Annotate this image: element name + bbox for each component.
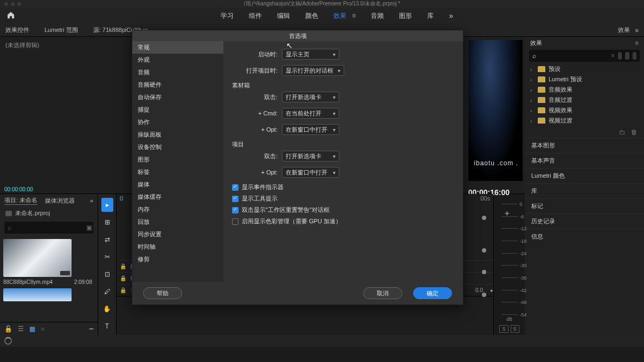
lock-icon[interactable]: 🔒 xyxy=(120,263,126,269)
pref-timeline[interactable]: 时间轴 xyxy=(132,241,223,253)
clip-thumbnail[interactable] xyxy=(3,239,72,277)
icon-view-icon[interactable]: ▦ xyxy=(29,325,35,333)
list-view-icon[interactable]: ☰ xyxy=(18,325,24,333)
solo-r[interactable]: S xyxy=(511,325,519,333)
write-lock-icon[interactable]: 🔓 xyxy=(4,325,12,333)
pref-general[interactable]: 常规 xyxy=(132,41,223,54)
badge-32bit-icon[interactable] xyxy=(625,52,629,60)
panel-markers[interactable]: 标记 xyxy=(525,198,644,214)
cb-tooltips[interactable] xyxy=(232,196,239,202)
project-search-input[interactable] xyxy=(11,224,86,231)
lock-icon[interactable]: 🔒 xyxy=(120,275,126,281)
effects-search-input[interactable] xyxy=(536,53,611,59)
cb-event-indicator[interactable] xyxy=(232,184,239,191)
cancel-button[interactable]: 取消 xyxy=(363,287,402,299)
ws-library[interactable]: 库 xyxy=(427,11,434,21)
pref-media-cache[interactable]: 媒体缓存 xyxy=(132,191,223,203)
proj-opt-select[interactable]: 在新窗口中打开 xyxy=(282,167,339,178)
pref-collaboration[interactable]: 协作 xyxy=(132,116,223,128)
type-tool[interactable]: T xyxy=(101,319,113,333)
pref-media[interactable]: 媒体 xyxy=(132,178,223,191)
fx-audio-effects[interactable]: 音频效果 xyxy=(525,85,644,95)
badge-accel-icon[interactable] xyxy=(618,52,622,60)
track-select-tool[interactable]: ⊞ xyxy=(101,215,113,229)
pref-audio-hardware[interactable]: 音频硬件 xyxy=(132,79,223,91)
ws-learn[interactable]: 学习 xyxy=(221,11,234,21)
pref-sync-settings[interactable]: 同步设置 xyxy=(132,228,223,241)
tab-effect-controls[interactable]: 效果控件 xyxy=(5,26,29,34)
timeline-scrollbar[interactable] xyxy=(480,216,488,297)
solo-l[interactable]: S xyxy=(499,325,508,333)
startup-select[interactable]: 显示主页 xyxy=(282,49,339,60)
pref-control-surface[interactable]: 操纵面板 xyxy=(132,128,223,141)
hamburger-icon[interactable]: ≡ xyxy=(352,12,356,20)
panel-library[interactable]: 库 xyxy=(525,183,644,198)
panel-menu-icon[interactable]: ≡ xyxy=(635,27,639,34)
sequence-thumbnail[interactable] xyxy=(3,288,72,301)
tab-lumetri-scopes[interactable]: Lumetri 范围 xyxy=(44,26,78,34)
ws-editing[interactable]: 编辑 xyxy=(277,11,290,21)
pref-trim[interactable]: 修剪 xyxy=(132,253,223,266)
fx-video-effects[interactable]: 视频效果 xyxy=(525,105,644,115)
pref-memory[interactable]: 内存 xyxy=(132,203,223,216)
tab-effects[interactable]: 效果 xyxy=(618,26,630,34)
pref-labels[interactable]: 标签 xyxy=(132,166,223,178)
proj-dblclick-select[interactable]: 打开新选项卡 xyxy=(282,151,339,161)
workspace-bar: 学习 组件 编辑 颜色 效果 ≡ 音频 图形 库 » xyxy=(0,8,644,24)
ok-button[interactable]: 确定 xyxy=(413,287,452,299)
fx-presets[interactable]: 预设 xyxy=(525,64,644,74)
bin-cmd-select[interactable]: 在当前处打开 xyxy=(282,108,339,119)
ripple-edit-tool[interactable]: ⇄ xyxy=(101,232,113,247)
badge-yuv-icon[interactable] xyxy=(633,52,636,60)
fx-video-transitions[interactable]: 视频过渡 xyxy=(525,115,644,126)
ws-audio[interactable]: 音频 xyxy=(371,11,384,21)
tl-timecode[interactable]: 0 xyxy=(120,195,123,202)
ws-effects[interactable]: 效果 xyxy=(333,11,346,21)
pref-playback[interactable]: 回放 xyxy=(132,216,223,228)
new-bin-icon[interactable]: ▣ xyxy=(86,224,92,231)
tab-media-browser[interactable]: 媒体浏览器 xyxy=(45,197,75,205)
ws-color[interactable]: 颜色 xyxy=(305,11,318,21)
razor-tool[interactable]: ✂ xyxy=(101,250,113,264)
pref-graphics[interactable]: 图形 xyxy=(132,153,223,166)
panel-essential-graphics[interactable]: 基本图形 xyxy=(525,138,644,153)
panel-overflow-icon[interactable]: » xyxy=(90,197,93,204)
preferences-dialog: 首选项 ↖ 常规 外观 音频 音频硬件 自动保存 捕捉 协作 操纵面板 设备控制… xyxy=(132,30,463,305)
zoom-slider[interactable]: ━ xyxy=(89,325,93,333)
pen-tool[interactable]: 🖊 xyxy=(101,285,113,299)
panel-lumetri-color[interactable]: Lumetri 颜色 xyxy=(525,168,644,183)
overflow-icon[interactable]: » xyxy=(449,11,453,20)
pref-autosave[interactable]: 自动保存 xyxy=(132,91,223,104)
pref-audio[interactable]: 音频 xyxy=(132,66,223,79)
pref-device-control[interactable]: 设备控制 xyxy=(132,141,223,153)
new-bin-icon[interactable]: 🗀 xyxy=(619,128,626,136)
panel-menu-icon[interactable]: ≡ xyxy=(635,40,639,46)
panel-history[interactable]: 历史记录 xyxy=(525,214,644,229)
slip-tool[interactable]: ⊡ xyxy=(101,267,113,281)
ws-graphics[interactable]: 图形 xyxy=(399,11,412,21)
hand-tool[interactable]: ✋ xyxy=(101,302,113,316)
startup-label: 启动时: xyxy=(236,50,278,59)
selection-tool[interactable]: ▸ xyxy=(101,198,113,212)
fx-audio-transitions[interactable]: 音频过渡 xyxy=(525,95,644,105)
panel-info[interactable]: 信息 xyxy=(525,229,644,244)
lock-icon[interactable]: 🔒 xyxy=(120,287,126,293)
bin-opt-select[interactable]: 在新窗口中打开 xyxy=(282,124,339,135)
fx-lumetri-presets[interactable]: Lumetri 预设 xyxy=(525,74,644,85)
help-button[interactable]: 帮助 xyxy=(143,287,182,299)
ws-assembly[interactable]: 组件 xyxy=(249,11,262,21)
panel-essential-sound[interactable]: 基本声音 xyxy=(525,153,644,168)
freeform-view-icon[interactable]: ○ xyxy=(41,325,44,333)
trash-icon[interactable]: 🗑 xyxy=(631,128,637,136)
openproj-select[interactable]: 显示打开的对话框 xyxy=(282,65,344,76)
tab-project[interactable]: 项目: 未命名 xyxy=(4,196,37,205)
bin-dblclick-select[interactable]: 打开新选项卡 xyxy=(282,92,339,102)
pref-appearance[interactable]: 外观 xyxy=(132,54,223,66)
search-x-icon[interactable]: × xyxy=(611,52,615,60)
home-icon[interactable] xyxy=(7,11,15,21)
traffic-lights[interactable] xyxy=(4,2,21,6)
bin-cmd-label: + Cmd: xyxy=(236,110,278,117)
pref-capture[interactable]: 捕捉 xyxy=(132,104,223,116)
cb-reset-warning[interactable] xyxy=(232,207,239,214)
cb-color-mgmt[interactable] xyxy=(232,218,239,225)
